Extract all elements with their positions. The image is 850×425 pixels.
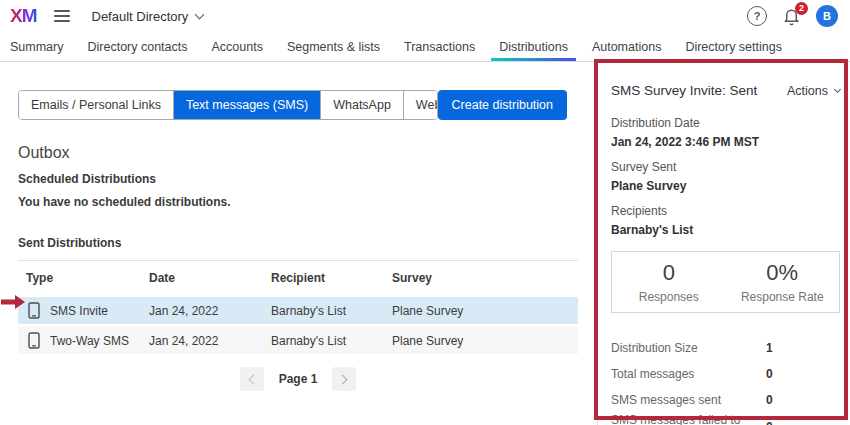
metric-value: 0	[766, 393, 840, 407]
survey-sent-field: Survey Sent Plane Survey	[611, 160, 840, 193]
panel-header: SMS Survey Invite: Sent Actions	[611, 83, 840, 98]
response-rate-value: 0%	[766, 260, 798, 286]
xm-logo: XM	[10, 5, 37, 27]
sent-distributions-table: Type Date Recipient Survey SMS Invite Ja…	[18, 260, 578, 354]
distribution-type-label: Two-Way SMS	[50, 334, 129, 348]
segment-web-app-intercepts[interactable]: Web and app intercepts	[404, 91, 438, 119]
actions-label: Actions	[787, 84, 828, 98]
metric-distribution-size: Distribution Size 1	[611, 335, 840, 361]
pagination: Page 1	[18, 367, 578, 391]
segment-text-messages-sms[interactable]: Text messages (SMS)	[174, 91, 321, 119]
response-rate-stat: 0% Response Rate	[726, 252, 840, 312]
metric-label: SMS messages failed to send	[611, 413, 766, 425]
tab-automations[interactable]: Automations	[580, 32, 673, 61]
metric-value: 1	[766, 341, 840, 355]
metric-value: 0	[766, 420, 840, 425]
chevron-right-icon	[338, 374, 348, 384]
type-cell: SMS Invite	[18, 302, 149, 319]
survey-cell: Plane Survey	[392, 304, 578, 318]
metric-total-messages: Total messages 0	[611, 361, 840, 387]
tab-transactions[interactable]: Transactions	[392, 32, 487, 61]
date-cell: Jan 24, 2022	[149, 304, 271, 318]
top-bar-actions: ? 2 B	[747, 5, 838, 27]
directory-selector[interactable]: Default Directory	[92, 9, 204, 24]
scheduled-distributions-heading: Scheduled Distributions	[18, 172, 597, 186]
responses-value: 0	[663, 260, 675, 286]
channel-segmented-control: Emails / Personal Links Text messages (S…	[18, 90, 438, 120]
field-value: Barnaby's List	[611, 223, 840, 237]
tab-accounts[interactable]: Accounts	[200, 32, 275, 61]
notification-badge: 2	[795, 2, 808, 15]
date-cell: Jan 24, 2022	[149, 334, 271, 348]
metrics-list: Distribution Size 1 Total messages 0 SMS…	[611, 335, 840, 425]
chevron-down-icon	[195, 9, 205, 19]
responses-label: Responses	[639, 290, 699, 304]
table-row-sms-invite[interactable]: SMS Invite Jan 24, 2022 Barnaby's List P…	[18, 297, 578, 324]
field-value: Jan 24, 2022 3:46 PM MST	[611, 135, 840, 149]
scheduled-empty-message: You have no scheduled distributions.	[18, 195, 597, 209]
tab-summary[interactable]: Summary	[10, 32, 75, 61]
distribution-date-field: Distribution Date Jan 24, 2022 3:46 PM M…	[611, 116, 840, 149]
column-header-survey: Survey	[392, 271, 578, 285]
avatar[interactable]: B	[816, 5, 838, 27]
directory-selector-label: Default Directory	[92, 9, 189, 24]
segment-emails-personal-links[interactable]: Emails / Personal Links	[19, 91, 174, 119]
recipient-cell: Barnaby's List	[271, 304, 392, 318]
channel-toolbar: Emails / Personal Links Text messages (S…	[18, 90, 567, 120]
sent-distributions-heading: Sent Distributions	[18, 236, 597, 250]
chevron-down-icon	[834, 86, 841, 93]
responses-stat: 0 Responses	[612, 252, 726, 312]
distribution-detail-panel: SMS Survey Invite: Sent Actions Distribu…	[598, 62, 850, 425]
metric-sms-messages-sent: SMS messages sent 0	[611, 387, 840, 413]
recipients-field: Recipients Barnaby's List	[611, 204, 840, 237]
create-distribution-button[interactable]: Create distribution	[438, 90, 567, 120]
tab-distributions[interactable]: Distributions	[487, 32, 580, 61]
table-header-row: Type Date Recipient Survey	[18, 261, 578, 294]
response-rate-label: Response Rate	[741, 290, 824, 304]
survey-cell: Plane Survey	[392, 334, 578, 348]
page-title: Outbox	[18, 144, 597, 162]
tab-directory-settings[interactable]: Directory settings	[673, 32, 794, 61]
panel-title: SMS Survey Invite: Sent	[611, 83, 757, 98]
top-bar: XM Default Directory ? 2 B	[0, 0, 850, 32]
metric-label: SMS messages sent	[611, 393, 766, 407]
field-label: Recipients	[611, 204, 840, 218]
column-header-date: Date	[149, 271, 271, 285]
response-stats-box: 0 Responses 0% Response Rate	[611, 251, 840, 313]
field-label: Survey Sent	[611, 160, 840, 174]
table-row-two-way-sms[interactable]: Two-Way SMS Jan 24, 2022 Barnaby's List …	[18, 327, 578, 354]
distribution-type-label: SMS Invite	[50, 304, 108, 318]
actions-dropdown[interactable]: Actions	[787, 84, 840, 98]
column-header-type: Type	[18, 271, 149, 285]
segment-whatsapp[interactable]: WhatsApp	[321, 91, 404, 119]
field-value: Plane Survey	[611, 179, 840, 193]
main-content: Emails / Personal Links Text messages (S…	[0, 62, 597, 391]
smartphone-icon	[28, 302, 40, 319]
type-cell: Two-Way SMS	[18, 332, 149, 349]
help-icon[interactable]: ?	[747, 6, 767, 26]
tab-segments-lists[interactable]: Segments & lists	[275, 32, 392, 61]
notifications-button[interactable]: 2	[782, 7, 801, 26]
chevron-left-icon	[248, 374, 258, 384]
hamburger-menu-icon[interactable]	[54, 10, 70, 22]
recipient-cell: Barnaby's List	[271, 334, 392, 348]
metric-label: Total messages	[611, 367, 766, 381]
tab-directory-contacts[interactable]: Directory contacts	[75, 32, 199, 61]
next-page-button[interactable]	[332, 367, 356, 391]
smartphone-icon	[28, 332, 40, 349]
metric-value: 0	[766, 367, 840, 381]
page-indicator: Page 1	[279, 372, 318, 386]
previous-page-button[interactable]	[240, 367, 264, 391]
column-header-recipient: Recipient	[271, 271, 392, 285]
metric-sms-messages-failed: SMS messages failed to send 0	[611, 413, 840, 425]
directory-nav: Summary Directory contacts Accounts Segm…	[0, 32, 850, 62]
metric-label: Distribution Size	[611, 341, 766, 355]
field-label: Distribution Date	[611, 116, 840, 130]
